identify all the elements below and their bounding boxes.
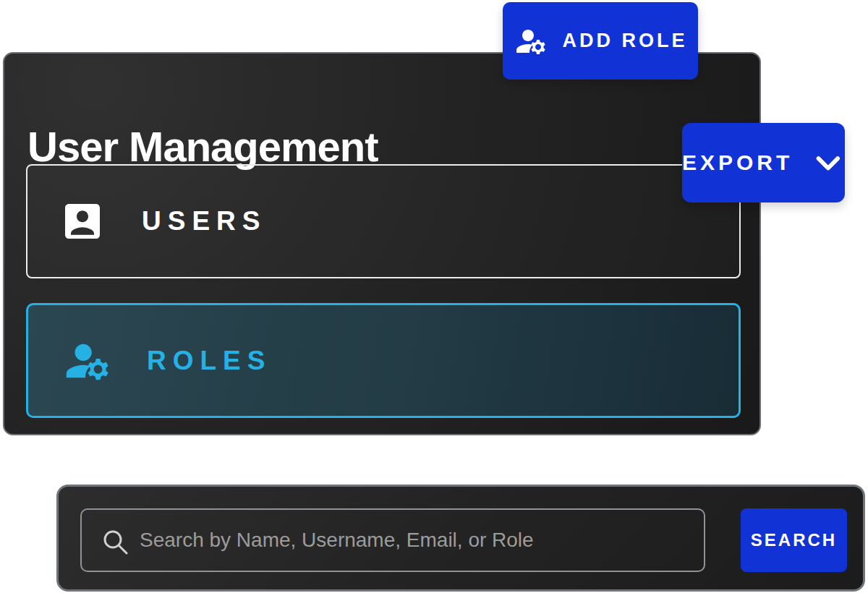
- tab-users[interactable]: USERS: [26, 164, 741, 278]
- search-bar: SEARCH: [56, 485, 865, 592]
- tab-roles-label: ROLES: [147, 346, 271, 376]
- search-input[interactable]: [82, 510, 704, 571]
- add-role-button[interactable]: ADD ROLE: [503, 2, 698, 80]
- page-title: User Management: [27, 126, 378, 168]
- account-box-icon: [59, 198, 106, 244]
- search-button[interactable]: SEARCH: [741, 508, 847, 572]
- person-gear-icon: [514, 24, 548, 59]
- add-role-button-label: ADD ROLE: [563, 30, 688, 52]
- export-button-label: EXPORT: [682, 150, 793, 175]
- search-button-label: SEARCH: [751, 530, 837, 550]
- user-management-panel: User Management USERS ROLES: [3, 52, 761, 435]
- export-button[interactable]: EXPORT: [682, 123, 845, 202]
- tab-users-label: USERS: [142, 206, 266, 236]
- chevron-down-icon: [812, 146, 845, 179]
- tab-roles[interactable]: ROLES: [26, 303, 741, 418]
- person-gear-icon: [60, 336, 115, 386]
- search-field: [80, 508, 705, 572]
